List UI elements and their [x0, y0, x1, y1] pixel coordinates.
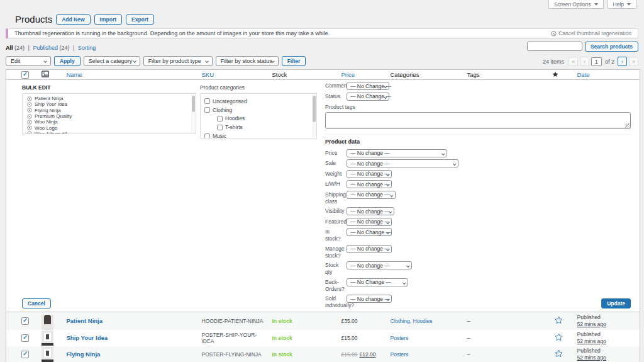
stock-status-filter-select[interactable]: Filter by stock status: [216, 56, 279, 66]
prev-page-button[interactable]: ‹: [580, 57, 589, 66]
column-header-date[interactable]: Date: [575, 70, 640, 80]
product-categories-list: Uncategorised Clothing Hoodies: [200, 93, 317, 139]
cancel-thumbnail-regeneration-link[interactable]: Cancel thumbnail regeneration: [551, 30, 631, 37]
product-tags: –: [467, 335, 470, 341]
backorders-select[interactable]: — No Change —: [347, 278, 408, 286]
next-page-button[interactable]: ›: [618, 57, 627, 66]
column-header-sku[interactable]: SKU: [199, 70, 270, 80]
category-checkbox[interactable]: [217, 116, 223, 122]
remove-product-icon[interactable]: [27, 108, 32, 113]
total-pages-label: of 2: [605, 59, 614, 65]
comments-label: Comments: [325, 82, 347, 89]
row-checkbox[interactable]: [21, 351, 29, 358]
products-table: Name SKU Stock Price Categories Tags Dat…: [6, 69, 640, 362]
bulk-product-name: Premium Quality: [35, 113, 72, 119]
remove-product-icon[interactable]: [27, 125, 32, 130]
product-type-filter-select[interactable]: Filter by product type: [143, 56, 213, 66]
product-categories-link[interactable]: Clothing, Hoodies: [391, 318, 433, 324]
publish-time: 52 mins ago: [577, 321, 638, 328]
product-categories-link[interactable]: Posters: [391, 335, 409, 341]
remove-product-icon[interactable]: [27, 131, 32, 134]
column-header-price[interactable]: Price: [339, 70, 388, 80]
comments-select[interactable]: — No Change —: [347, 82, 389, 90]
sale-select[interactable]: — No change —: [347, 159, 458, 167]
status-select[interactable]: — No Change —: [347, 93, 389, 101]
search-products-button[interactable]: Search products: [585, 42, 638, 52]
bulk-product-item: Patient Ninja: [27, 96, 188, 101]
category-filter-select[interactable]: Select a category: [84, 56, 140, 66]
separator: |: [73, 45, 74, 51]
select-all-checkbox[interactable]: [21, 71, 29, 79]
in-stock-select[interactable]: — No Change —: [347, 228, 392, 236]
remove-product-icon[interactable]: [27, 120, 32, 125]
remove-product-icon[interactable]: [27, 114, 32, 119]
last-page-button[interactable]: »: [629, 57, 638, 66]
stock-qty-select[interactable]: — No change —: [347, 261, 412, 269]
scrollbar-thumb[interactable]: [313, 96, 316, 122]
product-thumbnail[interactable]: [42, 347, 53, 362]
lwh-select[interactable]: — No change —: [347, 180, 392, 188]
publish-status: Published: [577, 348, 638, 354]
category-checkbox[interactable]: [217, 125, 223, 130]
screen-options-button[interactable]: Screen Options: [548, 0, 604, 9]
category-checkbox[interactable]: [204, 133, 210, 139]
stock-status: In stock: [272, 335, 292, 341]
shipping-class-select[interactable]: — No change —: [347, 191, 396, 199]
in-stock-label: In stock?: [325, 228, 347, 242]
import-button[interactable]: Import: [94, 14, 122, 25]
image-column-header: [39, 70, 64, 80]
cancel-button[interactable]: Cancel: [22, 298, 51, 308]
featured-star-button[interactable]: [555, 349, 563, 358]
price-select[interactable]: — No change —: [347, 149, 447, 157]
product-tags-input[interactable]: [325, 112, 631, 129]
backorders-value: — No Change —: [350, 279, 391, 285]
current-page-input[interactable]: [591, 57, 602, 66]
scrollbar-thumb[interactable]: [192, 96, 195, 112]
category-checkbox[interactable]: [204, 98, 210, 104]
product-categories-label: Product categories: [200, 84, 317, 91]
remove-product-icon[interactable]: [27, 96, 32, 101]
view-published-link[interactable]: Published: [33, 45, 58, 51]
product-price: £15.00: [341, 335, 358, 341]
manage-stock-select[interactable]: — No change —: [347, 245, 392, 253]
add-new-button[interactable]: Add New: [56, 14, 90, 25]
bulk-product-item: Ship Your Idea: [27, 101, 188, 107]
table-nav: Edit Apply Select a category Filter by p…: [6, 55, 638, 66]
column-header-categories: Categories: [388, 70, 465, 80]
featured-select[interactable]: — No change —: [347, 218, 392, 226]
featured-star-button[interactable]: [555, 333, 563, 341]
featured-star-button[interactable]: [555, 316, 563, 324]
category-checkbox[interactable]: [204, 107, 210, 113]
help-button[interactable]: Help: [608, 0, 636, 9]
update-button[interactable]: Update: [601, 298, 631, 308]
sale-label: Sale: [325, 159, 347, 167]
manage-stock-value: — No change —: [350, 246, 390, 252]
column-header-name[interactable]: Name: [64, 70, 199, 80]
visibility-select[interactable]: — No change —: [347, 207, 394, 215]
product-name-link[interactable]: Ship Your Idea: [67, 334, 108, 341]
view-all-link[interactable]: All: [6, 45, 13, 51]
sold-individually-select[interactable]: — No change —: [347, 295, 392, 303]
filter-button[interactable]: Filter: [282, 56, 306, 66]
product-thumbnail[interactable]: [42, 331, 53, 346]
apply-button[interactable]: Apply: [54, 56, 80, 66]
product-name-link[interactable]: Patient Ninja: [67, 317, 103, 324]
product-name-link[interactable]: Flying Ninja: [67, 351, 101, 358]
first-page-button[interactable]: «: [569, 57, 578, 66]
publish-status: Published: [577, 331, 638, 338]
manage-stock-label: Managestock?: [325, 245, 347, 259]
category-label: Uncategorised: [213, 98, 247, 105]
scrollbar: [312, 94, 316, 137]
dismiss-icon: [551, 31, 557, 37]
remove-product-icon[interactable]: [27, 102, 32, 107]
category-item: Music: [204, 132, 309, 139]
row-checkbox[interactable]: [21, 317, 29, 325]
row-checkbox[interactable]: [21, 334, 29, 342]
bulk-actions-select[interactable]: Edit: [6, 56, 51, 66]
product-thumbnail[interactable]: [42, 315, 53, 330]
search-input[interactable]: [527, 42, 582, 51]
export-button[interactable]: Export: [126, 14, 154, 25]
weight-select[interactable]: — No change —: [347, 170, 392, 178]
view-sorting-link[interactable]: Sorting: [78, 45, 96, 51]
product-categories-link[interactable]: Posters: [391, 351, 409, 358]
